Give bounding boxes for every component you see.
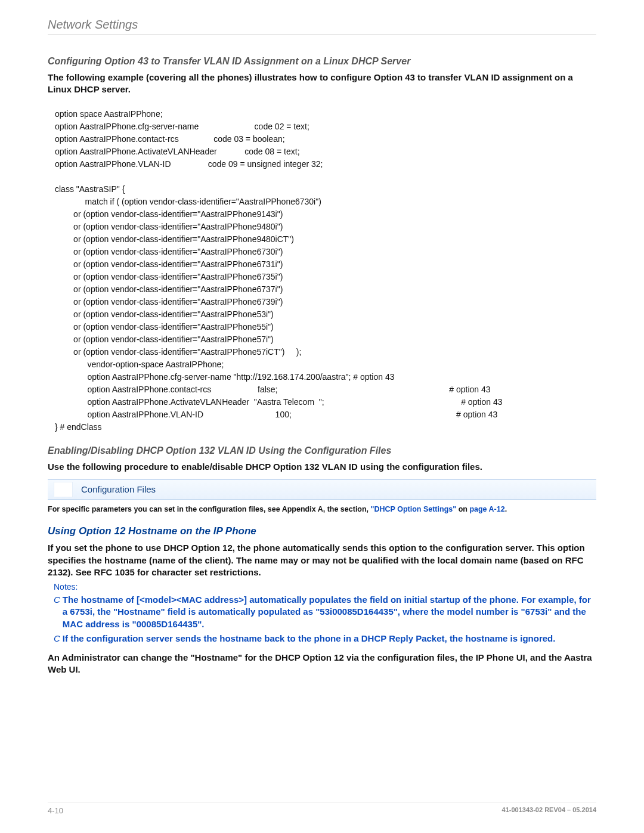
page-footer: 4-10 41-001343-02 REV04 – 05.2014 bbox=[48, 806, 596, 815]
note-text-1: The hostname of [<model><MAC address>] a… bbox=[63, 594, 596, 630]
appendix-mid: on bbox=[456, 505, 469, 513]
appendix-pre: For specific parameters you can set in t… bbox=[48, 505, 371, 513]
document-icon bbox=[54, 482, 73, 497]
document-page: Network Settings Configuring Option 43 t… bbox=[0, 0, 644, 833]
callout-label: Configuration Files bbox=[81, 484, 156, 494]
section3-body: If you set the phone to use DHCP Option … bbox=[48, 542, 596, 578]
document-reference: 41-001343-02 REV04 – 05.2014 bbox=[502, 806, 596, 815]
section1-heading: Configuring Option 43 to Transfer VLAN I… bbox=[48, 56, 596, 67]
list-item: C If the configuration server sends the … bbox=[54, 633, 596, 645]
page-header: Network Settings bbox=[48, 18, 596, 35]
appendix-post: . bbox=[505, 505, 507, 513]
list-item: C The hostname of [<model><MAC address>]… bbox=[54, 594, 596, 630]
page-number: 4-10 bbox=[48, 806, 63, 815]
bullet-icon: C bbox=[54, 594, 60, 606]
notes-list: C The hostname of [<model><MAC address>]… bbox=[54, 594, 596, 645]
section2-intro: Use the following procedure to enable/di… bbox=[48, 461, 596, 473]
appendix-link-page[interactable]: page A-12 bbox=[469, 505, 504, 513]
bullet-icon: C bbox=[54, 633, 60, 645]
note-text-2: If the configuration server sends the ho… bbox=[63, 633, 556, 645]
dhcp-config-code: option space AastraIPPhone; option Aastr… bbox=[55, 108, 596, 433]
section2-heading: Enabling/Disabling DHCP Option 132 VLAN … bbox=[48, 445, 596, 456]
section3-heading: Using Option 12 Hostname on the IP Phone bbox=[48, 525, 596, 537]
notes-label: Notes: bbox=[54, 582, 596, 592]
section1-intro: The following example (covering all the … bbox=[48, 72, 596, 96]
appendix-link-section[interactable]: "DHCP Option Settings" bbox=[371, 505, 457, 513]
section3-closing: An Administrator can change the "Hostnam… bbox=[48, 652, 596, 676]
footer-rule bbox=[48, 803, 596, 803]
appendix-reference: For specific parameters you can set in t… bbox=[48, 504, 596, 515]
configuration-files-callout: Configuration Files bbox=[48, 479, 596, 500]
header-title: Network Settings bbox=[48, 18, 138, 31]
